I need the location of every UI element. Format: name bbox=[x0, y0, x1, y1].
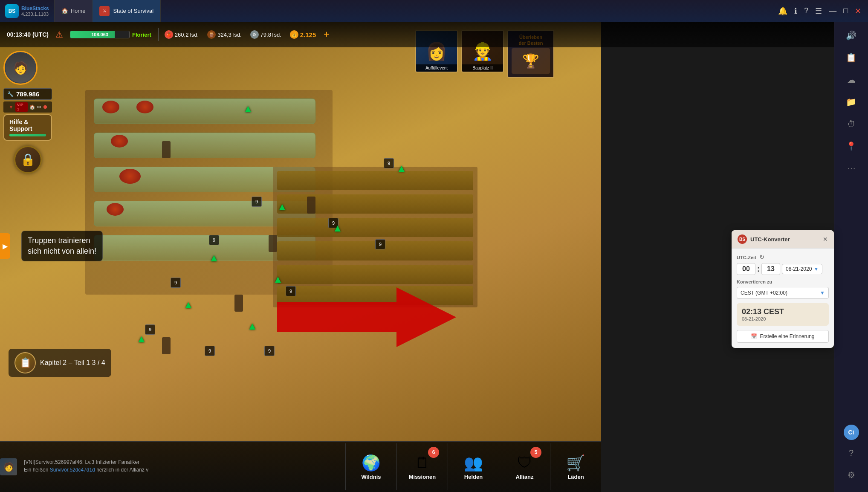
utc-date-input[interactable]: 08-21-2020 ▼ bbox=[782, 264, 822, 274]
left-panel: 🧑 🔧 789.986 ▼ VIP 1 🏠 ✉ Hilfe & Support … bbox=[0, 47, 55, 177]
sidebar-folder-icon[interactable]: 📁 bbox=[842, 93, 861, 111]
top-right-icons: 🔔 ℹ ? ☰ — □ ✕ bbox=[778, 6, 868, 16]
sidebar-settings-icon[interactable]: ⚙ bbox=[842, 466, 861, 484]
bottom-bar: 🧑 [VNI]Survivor.526997af46: Lv.3 Infizie… bbox=[0, 441, 601, 492]
game-title: State of Survival bbox=[113, 8, 153, 14]
mail-icon: ✉ bbox=[37, 104, 41, 110]
building-badge: 9 bbox=[209, 235, 219, 245]
close-button[interactable]: ✕ bbox=[855, 6, 861, 16]
green-arrow: ▲ bbox=[247, 320, 258, 332]
event-label: Auffüllevent bbox=[416, 64, 457, 72]
bluestacks-icon: BS bbox=[5, 4, 19, 18]
hud-population: 108.063 Floriert bbox=[65, 31, 156, 38]
utc-panel-title: UTC-Konverter bbox=[750, 236, 790, 243]
helden-label: Helden bbox=[464, 474, 483, 480]
helden-button[interactable]: 👥 Helden bbox=[448, 443, 499, 490]
food-value: 260,2Tsd. bbox=[175, 32, 199, 38]
green-arrow: ▲ bbox=[273, 273, 283, 285]
game-hud: 00:13:40 (UTC) ⚠ 108.063 Floriert 🍎 260,… bbox=[0, 22, 868, 47]
building-icon: 🏠 bbox=[29, 104, 35, 110]
game-tab[interactable]: ⚔ State of Survival bbox=[93, 0, 161, 22]
utc-colon: : bbox=[757, 265, 760, 274]
chat-msg2-suffix: herzlich in der Allianz v bbox=[96, 467, 148, 473]
maximize-button[interactable]: □ bbox=[843, 6, 848, 15]
avatar-image: 🧑 bbox=[6, 53, 35, 83]
player-avatar[interactable]: 🧑 bbox=[3, 51, 38, 85]
building-badge: 9 bbox=[264, 346, 275, 356]
help-tooltip: Hilfe & Support bbox=[3, 114, 52, 141]
currency-row: 🔧 789.986 bbox=[0, 88, 55, 101]
chat-message-2: Ein heißen Survivor.52dc47d1d herzlich i… bbox=[24, 467, 339, 473]
wildnis-icon: 🌍 bbox=[362, 454, 381, 472]
sidebar-volume-icon[interactable]: 🔊 bbox=[842, 26, 861, 45]
utc-result-time: 02:13 CEST bbox=[742, 307, 824, 316]
utc-time-label: UTC-Zeit ↻ bbox=[737, 254, 829, 260]
minimize-button[interactable]: — bbox=[829, 6, 836, 15]
utc-reminder-button[interactable]: 📅 Erstelle eine Erinnerung bbox=[737, 330, 829, 343]
chat-message-1: [VNI]Survivor.526997af46: Lv.3 Infiziert… bbox=[24, 459, 339, 465]
add-resources-button[interactable]: + bbox=[320, 29, 333, 40]
kapitel-bar[interactable]: 📋 Kapitel 2 – Teil 1 3 / 4 bbox=[9, 349, 111, 377]
building-badge: 9 bbox=[252, 197, 262, 207]
hud-alert-icon: ⚠ bbox=[55, 29, 63, 40]
game-area[interactable]: 9 9 9 9 9 9 9 9 9 9 ▲ ▲ ▲ ▲ ▲ ▲ ▲ ▲ ▲ Tr… bbox=[0, 0, 601, 492]
missionen-label: Missionen bbox=[409, 474, 436, 480]
home-label: Home bbox=[71, 8, 86, 14]
sidebar-ci-icon[interactable]: Ci bbox=[844, 425, 859, 440]
lock-button[interactable]: 🔒 bbox=[14, 146, 42, 174]
building-badge: 9 bbox=[384, 158, 394, 168]
utc-close-button[interactable]: ✕ bbox=[823, 236, 828, 243]
utc-date-dropdown-icon: ▼ bbox=[813, 266, 819, 272]
sidebar-location-icon[interactable]: 📍 bbox=[842, 137, 861, 156]
npc-figure bbox=[234, 295, 243, 312]
info-icon[interactable]: ℹ bbox=[794, 6, 797, 16]
left-expand-button[interactable]: ▶ bbox=[0, 233, 10, 259]
utc-dropdown-arrow-icon: ▼ bbox=[820, 290, 825, 296]
missionen-button[interactable]: 6 🗒 Missionen bbox=[396, 443, 448, 490]
hud-metal: ⚙ 79,8Tsd. bbox=[246, 30, 286, 39]
green-arrow: ▲ bbox=[136, 333, 147, 345]
utc-result-box: 02:13 CEST 08-21-2020 bbox=[737, 303, 829, 326]
utc-convert-label: Konvertieren zu bbox=[737, 279, 829, 284]
laeden-icon: 🛒 bbox=[566, 454, 585, 472]
bluestacks-name: BlueStacks bbox=[21, 6, 49, 12]
hud-separator bbox=[158, 28, 159, 41]
notification-dot bbox=[43, 105, 47, 109]
laeden-button[interactable]: 🛒 Läden bbox=[550, 443, 601, 490]
tools-row: 🔒 bbox=[0, 142, 55, 177]
utc-refresh-button[interactable]: ↻ bbox=[759, 254, 764, 260]
bluestacks-logo[interactable]: BS BlueStacks 4.230.1.1103 bbox=[0, 0, 55, 22]
allianz-button[interactable]: 5 🛡 Allianz bbox=[499, 443, 550, 490]
population-bar: 108.063 bbox=[70, 31, 130, 38]
utc-logo: BS bbox=[738, 234, 747, 244]
npc-figure bbox=[162, 337, 171, 354]
sidebar-help-icon[interactable]: ? bbox=[842, 443, 861, 462]
svg-marker-0 bbox=[277, 287, 456, 347]
home-tab[interactable]: 🏠 Home bbox=[55, 0, 93, 22]
menu-icon[interactable]: ☰ bbox=[815, 6, 822, 16]
wood-icon: 🪵 bbox=[207, 30, 216, 39]
npc-figure bbox=[307, 197, 315, 214]
sidebar-more-icon[interactable]: ⋯ bbox=[842, 159, 861, 178]
green-arrow: ▲ bbox=[333, 222, 343, 234]
utc-hour-input[interactable]: 00 bbox=[737, 263, 755, 275]
help-icon[interactable]: ? bbox=[804, 6, 808, 15]
chat-msg1-text: [VNI]Survivor.526997af46: Lv.3 Infiziert… bbox=[24, 459, 139, 465]
sidebar-timer-icon[interactable]: ⏱ bbox=[842, 115, 861, 133]
chat-avatar: 🧑 bbox=[0, 458, 17, 475]
sidebar-paste-icon[interactable]: 📋 bbox=[842, 48, 861, 67]
chat-msg2-link[interactable]: Survivor.52dc47d1d bbox=[50, 467, 95, 473]
utc-minute-input[interactable]: 13 bbox=[761, 263, 780, 275]
utc-time-row: 00 : 13 08-21-2020 ▼ bbox=[737, 263, 829, 275]
allianz-icon: 🛡 bbox=[517, 454, 532, 472]
wildnis-button[interactable]: 🌍 Wildnis bbox=[345, 443, 396, 490]
gold-icon: 💰 bbox=[290, 30, 298, 39]
top-bar: BS BlueStacks 4.230.1.1103 🏠 Home ⚔ Stat… bbox=[0, 0, 868, 22]
help-text: Hilfe & Support bbox=[9, 119, 32, 132]
wood-value: 324,3Tsd. bbox=[217, 32, 241, 38]
utc-timezone-dropdown[interactable]: CEST (GMT +02:00) ▼ bbox=[737, 287, 829, 299]
sidebar-cloud-icon[interactable]: ☁ bbox=[842, 70, 861, 89]
utc-result-date: 08-21-2020 bbox=[742, 316, 824, 321]
scene-overlay: 9 9 9 9 9 9 9 9 9 9 ▲ ▲ ▲ ▲ ▲ ▲ ▲ ▲ ▲ Tr… bbox=[0, 47, 601, 441]
notification-icon[interactable]: 🔔 bbox=[778, 6, 787, 16]
